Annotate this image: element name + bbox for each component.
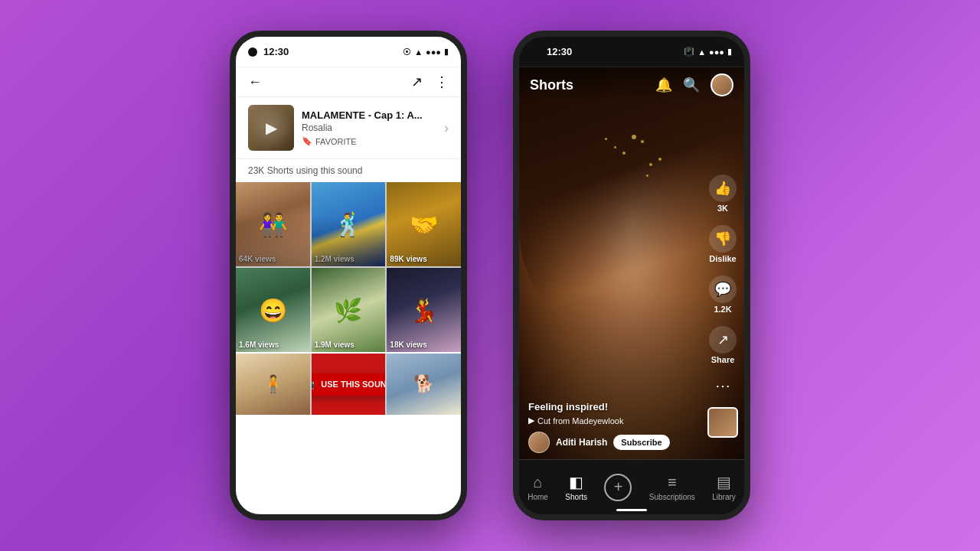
video-thumb-6[interactable]: 💃 18K views	[387, 268, 461, 352]
user-avatar[interactable]	[710, 73, 733, 96]
comment-count: 1.2K	[714, 305, 731, 314]
share-button[interactable]: ↗	[709, 326, 737, 354]
sound-card: ▶ MALAMENTE - Cap 1: A... Rosalia 🔖 FAVO…	[236, 97, 461, 159]
phone2-wifi-icon: ▲	[697, 47, 706, 57]
bottom-nav: ⌂ Home ◧ Shorts + ≡ Subscriptions ▤ Libr…	[519, 459, 744, 514]
add-icon[interactable]: +	[604, 474, 632, 501]
phone1-status-icons: ⦿ ▲ ●●● ▮	[403, 47, 449, 57]
phone1-camera	[248, 47, 257, 57]
phone1-status-bar: 12:30 ⦿ ▲ ●●● ▮	[236, 37, 461, 67]
nav-shorts[interactable]: ◧ Shorts	[565, 473, 587, 501]
phone1-header-actions: ↗ ⋮	[411, 73, 449, 90]
like-action: 👍 3K	[709, 174, 737, 213]
play-icon: ▶	[266, 119, 277, 137]
shorts-nav-label: Shorts	[565, 493, 587, 501]
dislike-label: Dislike	[709, 254, 736, 263]
creator-thumbnail[interactable]	[707, 407, 738, 438]
phone2-vol-icon: 📳	[684, 47, 694, 57]
phone1-time: 12:30	[263, 46, 289, 57]
sound-thumbnail: ▶	[248, 105, 294, 151]
bottom-info: Feeling inspired! ▶ Cut from Madeyewlook…	[528, 401, 698, 453]
share-label: Share	[711, 355, 735, 364]
shorts-header-icons: 🔔 🔍	[655, 73, 733, 96]
subscribe-button[interactable]: Subscribe	[613, 435, 669, 450]
video-thumb-3[interactable]: 🤝 89K views	[387, 182, 461, 266]
nav-indicator	[616, 509, 647, 511]
comment-action: 💬 1.2K	[709, 276, 737, 314]
video-thumb-9[interactable]: 🐕	[387, 354, 461, 415]
video-grid: 👫 64K views 🕺 1.2M views 🤝 89K views 😄 1…	[236, 182, 461, 352]
video-caption: Feeling inspired!	[528, 401, 698, 412]
share-button[interactable]: ↗	[411, 73, 423, 90]
phone2-camera	[531, 47, 541, 57]
video-thumb-4[interactable]: 😄 1.6M views	[236, 268, 310, 352]
phone1-network-icon: ●●●	[426, 47, 441, 57]
phone-2: 12:30 📳 ▲ ●●● ▮	[513, 31, 750, 520]
home-nav-icon: ⌂	[533, 474, 542, 491]
right-sidebar: 👍 3K 👎 Dislike 💬 1.2K ↗ Share ⋯	[707, 174, 738, 438]
phone-1: 12:30 ⦿ ▲ ●●● ▮ ← ↗ ⋮ ▶	[230, 31, 467, 520]
phone2-status-icons: 📳 ▲ ●●● ▮	[684, 47, 732, 57]
channel-row: Aditi Harish Subscribe	[528, 432, 698, 453]
phone1-battery-icon: ▮	[444, 47, 449, 57]
video-views-3: 89K views	[390, 255, 426, 263]
subscriptions-nav-label: Subscriptions	[649, 493, 695, 501]
person4-icon: 😄	[236, 268, 310, 352]
sound-arrow-icon[interactable]: ›	[444, 120, 449, 136]
sound-title: MALAMENTE - Cap 1: A...	[302, 109, 436, 121]
cut-from[interactable]: ▶ Cut from Madeyewlook	[528, 416, 698, 425]
more-button[interactable]: ⋮	[435, 73, 449, 90]
library-nav-label: Library	[712, 493, 736, 501]
shorts-header: Shorts 🔔 🔍	[519, 67, 744, 103]
bookmark-icon: 🔖	[302, 136, 312, 146]
video-thumb-5[interactable]: 🌿 1.9M views	[312, 268, 386, 352]
video-thumb-2[interactable]: 🕺 1.2M views	[312, 182, 386, 266]
video-views-2: 1.2M views	[315, 255, 354, 263]
phone2-status-bar: 12:30 📳 ▲ ●●● ▮	[519, 37, 744, 67]
phone1-content: ← ↗ ⋮ ▶ MALAMENTE - Cap 1: A... Rosalia …	[236, 67, 461, 514]
person8-icon: 🐕	[387, 354, 461, 415]
dislike-button[interactable]: 👎	[709, 225, 737, 253]
video-grid-partial: 🧍 📷 USE THIS SOUND 🐕	[236, 354, 461, 415]
person5-icon: 🌿	[312, 268, 386, 352]
video-thumb-8[interactable]: 📷 USE THIS SOUND	[312, 354, 386, 415]
person2-icon: 🕺	[312, 182, 386, 266]
like-count: 3K	[717, 204, 728, 213]
phone1-signal-icon: ⦿	[403, 47, 411, 57]
nav-library[interactable]: ▤ Library	[712, 473, 736, 501]
video-views-4: 1.6M views	[239, 341, 279, 349]
use-this-sound-button[interactable]: 📷 USE THIS SOUND	[312, 373, 386, 396]
phone2-battery-icon: ▮	[727, 47, 732, 57]
share-action: ↗ Share	[709, 326, 737, 364]
sound-favorite[interactable]: 🔖 FAVORITE	[302, 136, 436, 146]
home-nav-label: Home	[528, 493, 548, 501]
sound-artist: Rosalia	[302, 122, 436, 133]
video-views-1: 64K views	[239, 255, 276, 263]
phone2-time: 12:30	[547, 46, 572, 57]
person7-icon: 🧍	[236, 354, 310, 415]
video-thumb-7[interactable]: 🧍	[236, 354, 310, 415]
nav-home[interactable]: ⌂ Home	[528, 474, 548, 501]
shorts-title: Shorts	[530, 77, 573, 93]
more-options-button[interactable]: ⋯	[715, 377, 730, 395]
search-icon[interactable]: 🔍	[683, 77, 700, 93]
phones-container: 12:30 ⦿ ▲ ●●● ▮ ← ↗ ⋮ ▶	[230, 31, 750, 520]
nav-subscriptions[interactable]: ≡ Subscriptions	[649, 474, 695, 501]
library-nav-icon: ▤	[717, 473, 731, 491]
shorts-count: 23K Shorts using this sound	[236, 159, 461, 182]
phone1-header: ← ↗ ⋮	[236, 67, 461, 97]
video-views-5: 1.9M views	[315, 341, 354, 349]
camera-icon: 📷	[312, 380, 315, 390]
play-icon-small: ▶	[528, 416, 534, 425]
comment-button[interactable]: 💬	[709, 276, 737, 303]
video-thumb-1[interactable]: 👫 64K views	[236, 182, 310, 266]
back-button[interactable]: ←	[248, 74, 262, 90]
phone2-network-icon: ●●●	[709, 47, 724, 57]
nav-add[interactable]: +	[604, 474, 632, 501]
phone2-content: Shorts 🔔 🔍 👍 3K 👎 Dislike 💬	[519, 67, 744, 514]
bell-icon[interactable]: 🔔	[655, 77, 672, 93]
channel-avatar	[528, 432, 550, 453]
sound-info: MALAMENTE - Cap 1: A... Rosalia 🔖 FAVORI…	[294, 109, 444, 146]
person1-icon: 👫	[236, 182, 310, 266]
like-button[interactable]: 👍	[709, 174, 737, 202]
